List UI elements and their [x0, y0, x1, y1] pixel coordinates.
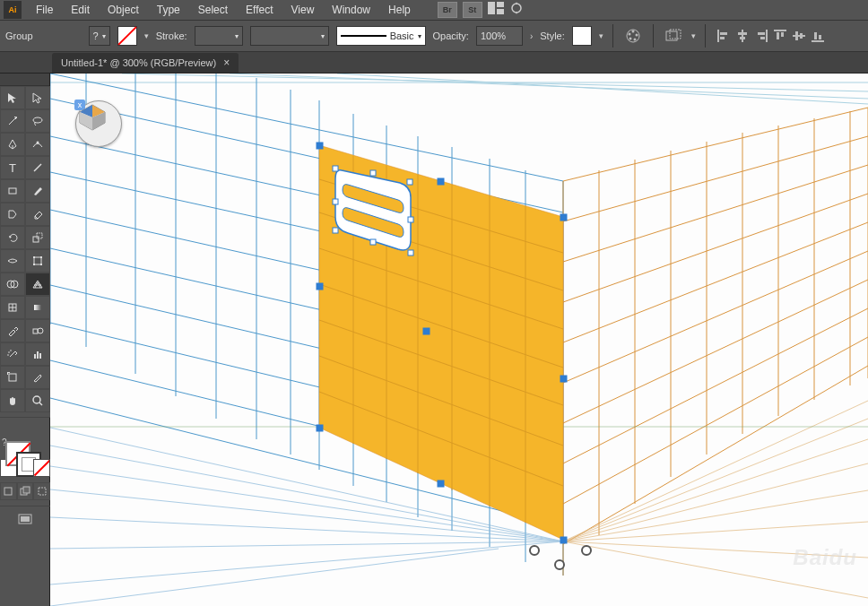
line-tool[interactable] [25, 156, 50, 179]
slice-tool[interactable] [25, 366, 50, 389]
brush-definition[interactable]: Basic▾ [336, 26, 426, 46]
menu-file[interactable]: File [27, 1, 62, 19]
fill-dropdown[interactable]: ?▾ [89, 26, 110, 46]
scale-tool[interactable] [25, 226, 50, 249]
arrange-docs-icon[interactable] [488, 2, 504, 18]
svg-rect-41 [33, 264, 35, 265]
svg-rect-161 [438, 480, 444, 487]
align-vcenter-icon[interactable] [790, 27, 808, 45]
variable-width-profile[interactable]: ▾ [250, 26, 329, 46]
svg-line-109 [563, 280, 868, 423]
svg-line-104 [563, 136, 868, 221]
rectangle-tool[interactable] [0, 179, 25, 203]
svg-rect-18 [766, 30, 768, 42]
style-label: Style: [540, 30, 565, 41]
stroke-swatch[interactable] [117, 26, 137, 46]
svg-rect-152 [333, 228, 338, 233]
bridge-icon[interactable]: Br [438, 2, 457, 18]
svg-line-126 [563, 522, 868, 541]
none-mode-icon[interactable] [33, 459, 50, 477]
hand-tool[interactable] [0, 389, 25, 412]
perspective-grid-tool[interactable] [25, 273, 50, 296]
svg-rect-42 [40, 264, 42, 265]
svg-rect-35 [9, 188, 16, 194]
svg-rect-159 [560, 376, 567, 382]
svg-rect-49 [33, 329, 38, 333]
align-top-icon[interactable] [771, 27, 789, 45]
pen-tool[interactable] [0, 133, 25, 156]
screen-mode-icon[interactable] [0, 506, 50, 531]
selection-tool[interactable] [0, 86, 25, 109]
symbol-sprayer-tool[interactable] [0, 342, 25, 366]
svg-rect-17 [740, 37, 745, 39]
shaper-tool[interactable] [0, 203, 25, 226]
artboard-tool[interactable] [0, 366, 25, 389]
align-left-icon[interactable] [715, 27, 733, 45]
svg-rect-25 [795, 31, 798, 40]
magic-wand-tool[interactable] [0, 109, 25, 133]
column-graph-tool[interactable] [25, 342, 50, 366]
stroke-weight-input[interactable]: ▾ [195, 26, 243, 46]
gradient-tool[interactable] [25, 296, 50, 319]
svg-rect-19 [758, 32, 765, 35]
svg-text:T: T [9, 161, 16, 174]
paintbrush-tool[interactable] [25, 179, 50, 203]
svg-point-60 [33, 396, 40, 403]
perspective-plane-widget[interactable]: x [75, 100, 122, 147]
menu-view[interactable]: View [282, 1, 324, 19]
svg-line-108 [563, 251, 868, 383]
eraser-tool[interactable] [25, 203, 50, 226]
recolor-icon[interactable] [622, 26, 644, 46]
menu-help[interactable]: Help [379, 1, 420, 19]
width-tool[interactable] [0, 249, 25, 273]
style-swatch[interactable] [572, 26, 592, 46]
menu-edit[interactable]: Edit [62, 1, 99, 19]
align-right-icon[interactable] [752, 27, 770, 45]
direct-selection-tool[interactable] [25, 86, 50, 109]
eyedropper-tool[interactable] [0, 319, 25, 342]
gpu-icon[interactable] [509, 1, 524, 19]
canvas[interactable]: x Baidu [50, 74, 868, 606]
type-tool[interactable]: T [0, 156, 25, 179]
align-buttons [715, 27, 827, 45]
shape-builder-tool[interactable] [0, 273, 25, 296]
svg-rect-13 [720, 32, 727, 35]
svg-rect-148 [370, 170, 376, 176]
menu-window[interactable]: Window [323, 1, 379, 19]
stroke-label: Stroke: [156, 30, 187, 41]
opacity-input[interactable]: 100% [476, 26, 523, 46]
rotate-tool[interactable] [0, 226, 25, 249]
curvature-tool[interactable] [25, 133, 50, 156]
menu-object[interactable]: Object [99, 1, 148, 19]
svg-point-166 [555, 560, 564, 569]
menu-bar: Ai File Edit Object Type Select Effect V… [0, 0, 868, 20]
svg-rect-163 [423, 328, 430, 334]
menu-type[interactable]: Type [148, 1, 189, 19]
svg-line-125 [563, 490, 868, 541]
stock-icon[interactable]: St [463, 2, 482, 18]
svg-rect-12 [717, 30, 719, 42]
mesh-tool[interactable] [0, 296, 25, 319]
lasso-tool[interactable] [25, 109, 50, 133]
svg-line-122 [563, 419, 868, 541]
document-tab[interactable]: Untitled-1* @ 300% (RGB/Preview) × [52, 53, 239, 73]
svg-rect-36 [33, 237, 39, 242]
align-hcenter-icon[interactable] [733, 27, 751, 45]
svg-rect-24 [793, 35, 805, 37]
svg-rect-27 [812, 40, 824, 42]
toolbox: T ? [0, 74, 50, 606]
document-tab-bar: Untitled-1* @ 300% (RGB/Preview) × [0, 52, 868, 74]
svg-point-51 [8, 351, 10, 353]
menu-select[interactable]: Select [189, 1, 237, 19]
svg-rect-21 [774, 30, 786, 31]
menu-effect[interactable]: Effect [237, 1, 282, 19]
zoom-tool[interactable] [25, 389, 50, 412]
transform-icon[interactable] [663, 26, 684, 46]
align-bottom-icon[interactable] [809, 27, 827, 45]
svg-rect-147 [333, 166, 338, 171]
tab-close-icon[interactable]: × [223, 56, 230, 69]
svg-rect-162 [560, 537, 567, 543]
svg-point-164 [530, 546, 539, 555]
free-transform-tool[interactable] [25, 249, 50, 273]
blend-tool[interactable] [25, 319, 50, 342]
